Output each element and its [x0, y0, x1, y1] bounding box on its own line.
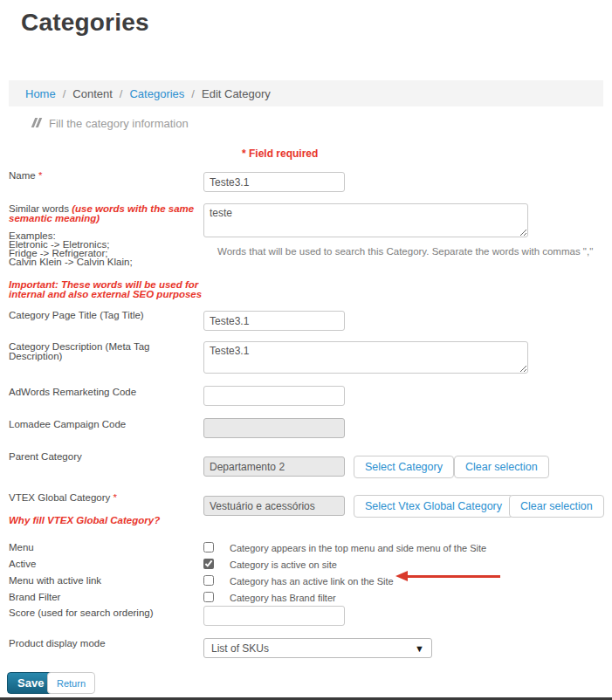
parent-category-input	[203, 456, 345, 477]
breadcrumb-edit-category: Edit Category	[202, 87, 271, 100]
lomadee-campaign-input	[203, 418, 345, 438]
similar-words-helper: Words that will be used to search this C…	[217, 246, 593, 257]
breadcrumb-separator: /	[191, 87, 195, 100]
description-label: Category Description (Meta Tag Descripti…	[9, 342, 175, 361]
active-label: Active	[9, 559, 36, 570]
clear-parent-selection-button[interactable]: Clear selection	[454, 456, 549, 478]
adwords-remarketing-input[interactable]	[203, 386, 345, 406]
parent-category-label: Parent Category	[9, 452, 82, 463]
field-required-note: * Field required	[242, 148, 318, 160]
adwords-label: AdWords Remarketing Code	[9, 388, 136, 398]
breadcrumb-home-link[interactable]: Home	[25, 87, 56, 100]
select-category-button[interactable]: Select Category	[354, 456, 454, 478]
brand-filter-desc: Category has Brand filter	[230, 593, 336, 603]
product-display-mode-value: List of SKUs	[211, 642, 269, 655]
score-input[interactable]	[203, 606, 345, 626]
similar-words-examples: Examples: Eletronic -> Eletronics; Fridg…	[9, 231, 133, 266]
arrow-head	[395, 571, 408, 581]
lomadee-label: Lomadee Campaign Code	[9, 420, 126, 430]
page-title-label: Category Page Title (Tag Title)	[9, 311, 144, 321]
edit-icon	[33, 117, 41, 130]
brand-filter-checkbox[interactable]	[203, 592, 214, 602]
return-button[interactable]: Return	[47, 672, 95, 694]
product-display-mode-select[interactable]: List of SKUs ▼	[203, 638, 432, 658]
clear-vtex-selection-button[interactable]: Clear selection	[509, 495, 604, 518]
breadcrumb-categories-link[interactable]: Categories	[129, 87, 184, 100]
similar-words-label: Similar words (use words with the same s…	[9, 204, 199, 223]
category-page-title-input[interactable]	[203, 311, 345, 331]
required-asterisk: *	[113, 492, 117, 503]
menu-desc: Category appears in the top menu and sid…	[230, 543, 486, 553]
active-checkbox[interactable]	[203, 559, 214, 569]
breadcrumb-separator: /	[120, 87, 123, 100]
similar-words-important-note: Important: These words will be used for …	[9, 280, 203, 299]
page-title: Categories	[21, 9, 149, 37]
brand-filter-label: Brand Filter	[9, 593, 60, 603]
menu-label: Menu	[9, 543, 34, 553]
select-vtex-global-category-button[interactable]: Select Vtex Global Category	[354, 495, 513, 518]
vtex-global-category-input	[203, 496, 345, 516]
vtex-global-category-label: VTEX Global Category *	[9, 493, 117, 504]
menu-active-link-checkbox[interactable]	[203, 575, 214, 586]
menu-active-link-desc: Category has an active link on the Site	[230, 576, 394, 587]
menu-checkbox[interactable]	[203, 542, 214, 552]
form-note-text: Fill the category information	[49, 117, 189, 130]
score-label: Score (used for search ordering)	[9, 608, 154, 619]
required-asterisk: *	[38, 170, 42, 181]
arrow-line	[407, 575, 500, 578]
category-description-textarea[interactable]: Teste3.1	[203, 341, 528, 374]
similar-words-textarea[interactable]: teste	[203, 203, 528, 237]
menu-active-link-label: Menu with active link	[9, 576, 101, 587]
form-note: Fill the category information	[33, 117, 189, 130]
dropdown-arrow-icon: ▼	[415, 643, 424, 654]
breadcrumb-separator: /	[63, 87, 66, 100]
active-desc: Category is active on site	[230, 559, 337, 570]
product-display-mode-label: Product display mode	[9, 639, 106, 649]
name-input[interactable]	[203, 172, 345, 192]
breadcrumb: Home / Content / Categories / Edit Categ…	[9, 80, 603, 106]
name-label: Name *	[9, 171, 42, 182]
breadcrumb-content: Content	[72, 87, 113, 100]
why-fill-vtex-link[interactable]: Why fill VTEX Global Category?	[9, 515, 160, 525]
